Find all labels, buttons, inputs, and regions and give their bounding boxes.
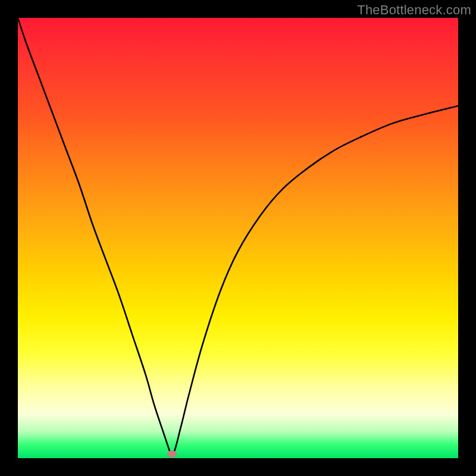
plot-area <box>18 18 458 458</box>
bottleneck-curve <box>18 18 458 458</box>
optimum-marker <box>167 450 177 457</box>
watermark-text: TheBottleneck.com <box>357 2 471 18</box>
chart-frame: TheBottleneck.com <box>0 0 476 476</box>
